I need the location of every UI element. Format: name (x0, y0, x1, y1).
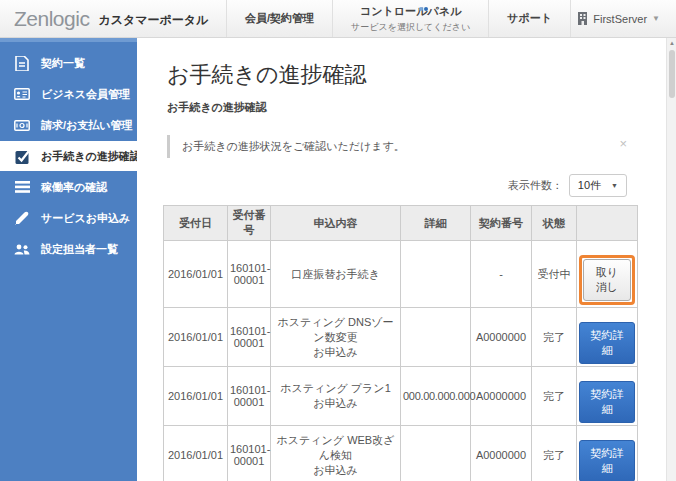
notice-banner: お手続きの進捗状況をご確認いただけます。 × (167, 135, 627, 158)
table-row: 2016/01/01 160101-00001 ホスティング プラン1 お申込み… (164, 367, 638, 426)
main-content: お手続きの進捗確認 お手続きの進捗確認 お手続きの進捗状況をご確認いただけます。… (137, 38, 666, 481)
cell-action: 取り消し (577, 241, 638, 308)
cell-action: 契約詳細 (577, 308, 638, 367)
cell-number: 160101-00001 (228, 241, 271, 308)
cell-detail: 000.00.000.000 (401, 367, 471, 426)
nav-item-support[interactable]: サポート (488, 0, 571, 37)
cell-content: ホスティング DNSゾーン数変更 お申込み (271, 308, 401, 367)
table-row: 2016/01/01 160101-00001 ホスティング DNSゾーン数変更… (164, 308, 638, 367)
close-icon[interactable]: × (619, 137, 627, 150)
sidebar-item-business-members[interactable]: ビジネス会員管理 (0, 79, 137, 109)
status-badge: 完了 (532, 426, 577, 481)
caret-down-icon: ▼ (611, 182, 618, 189)
logo-subtitle: カスタマーポータル (98, 12, 208, 29)
col-header-status: 状態 (532, 206, 577, 241)
bill-icon (14, 117, 30, 133)
building-icon (577, 12, 588, 25)
cell-date: 2016/01/01 (164, 367, 228, 426)
cell-contract: A0000000 (471, 308, 532, 367)
page-title: お手続きの進捗確認 (167, 60, 666, 90)
cell-action: 契約詳細 (577, 426, 638, 481)
cell-date: 2016/01/01 (164, 426, 228, 481)
users-icon (14, 241, 30, 257)
cell-detail (401, 426, 471, 481)
cell-date: 2016/01/01 (164, 241, 228, 308)
col-header-number: 受付番号 (228, 206, 271, 241)
sidebar-item-service-apply[interactable]: サービスお申込み (0, 203, 137, 233)
table-header-row: 受付日 受付番号 申込内容 詳細 契約番号 状態 (164, 206, 638, 241)
logo-dots-icon (419, 0, 431, 1)
col-header-content: 申込内容 (271, 206, 401, 241)
col-header-contract: 契約番号 (471, 206, 532, 241)
logo-text: Zenlogic (14, 7, 89, 31)
account-name: FirstServer (593, 13, 647, 25)
cell-contract: A0000000 (471, 426, 532, 481)
status-badge: 受付中 (532, 241, 577, 308)
cell-number: 160101-00001 (228, 426, 271, 481)
col-header-detail: 詳細 (401, 206, 471, 241)
notice-text: お手続きの進捗状況をご確認いただけます。 (182, 139, 405, 154)
list-icon (14, 179, 30, 195)
sidebar-item-uptime[interactable]: 稼働率の確認 (0, 172, 137, 202)
cell-detail (401, 308, 471, 367)
cell-detail (401, 241, 471, 308)
header-nav: 会員/契約管理 コントロールパネル サービスを選択してください サポート (226, 0, 571, 37)
col-header-date: 受付日 (164, 206, 228, 241)
display-count-label: 表示件数： (508, 178, 563, 193)
table-row: 2016/01/01 160101-00001 口座振替お手続き - 受付中 取… (164, 241, 638, 308)
cell-content: ホスティング WEB改ざん検知 お申込み (271, 426, 401, 481)
status-badge: 完了 (532, 308, 577, 367)
contract-detail-button[interactable]: 契約詳細 (579, 381, 635, 423)
cell-number: 160101-00001 (228, 308, 271, 367)
cell-contract: - (471, 241, 532, 308)
nav-item-control-panel[interactable]: コントロールパネル サービスを選択してください (332, 0, 488, 37)
display-count-value: 10件 (578, 178, 601, 193)
col-header-action (577, 206, 638, 241)
cell-content: ホスティング プラン1 お申込み (271, 367, 401, 426)
scrollbar-up-icon[interactable]: ▲ (667, 38, 676, 48)
caret-down-icon: ▼ (652, 14, 660, 23)
nav-item-member-contract[interactable]: 会員/契約管理 (226, 0, 332, 37)
contract-detail-button[interactable]: 契約詳細 (579, 440, 635, 481)
display-count-select[interactable]: 10件 ▼ (569, 174, 627, 197)
sidebar: 契約一覧 ビジネス会員管理 請求/お支払い管理 お手続きの進捗確認 稼働率の確認… (0, 38, 137, 481)
contract-detail-button[interactable]: 契約詳細 (579, 322, 635, 364)
highlight-box: 取り消し (579, 255, 635, 305)
sidebar-top-strip (0, 38, 137, 42)
results-table: 受付日 受付番号 申込内容 詳細 契約番号 状態 2016/01/01 1601… (163, 205, 638, 481)
table-row: 2016/01/01 160101-00001 ホスティング WEB改ざん検知 … (164, 426, 638, 481)
cancel-button[interactable]: 取り消し (583, 259, 631, 301)
cell-contract: A0000000 (471, 367, 532, 426)
cell-action: 契約詳細 (577, 367, 638, 426)
account-menu[interactable]: FirstServer ▼ (577, 0, 676, 37)
display-count-top: 表示件数： 10件 ▼ (137, 174, 627, 197)
cell-number: 160101-00001 (228, 367, 271, 426)
header-bar: Zenlogic カスタマーポータル 会員/契約管理 コントロールパネル サービ… (0, 0, 676, 38)
cell-content: 口座振替お手続き (271, 241, 401, 308)
sidebar-item-billing[interactable]: 請求/お支払い管理 (0, 110, 137, 140)
status-badge: 完了 (532, 367, 577, 426)
breadcrumb: お手続きの進捗確認 (167, 100, 666, 115)
document-icon (14, 55, 30, 71)
cell-date: 2016/01/01 (164, 308, 228, 367)
scrollbar-thumb[interactable] (669, 50, 675, 98)
sidebar-item-procedure-progress[interactable]: お手続きの進捗確認 (0, 141, 137, 171)
id-card-icon (14, 86, 30, 102)
checkbox-icon (14, 148, 30, 164)
zenlogic-logo[interactable]: Zenlogic カスタマーポータル (0, 0, 226, 37)
sidebar-item-admin-list[interactable]: 設定担当者一覧 (0, 234, 137, 264)
sidebar-item-contract-list[interactable]: 契約一覧 (0, 48, 137, 78)
pen-icon (14, 210, 30, 226)
scrollbar[interactable]: ▲ (666, 38, 676, 481)
